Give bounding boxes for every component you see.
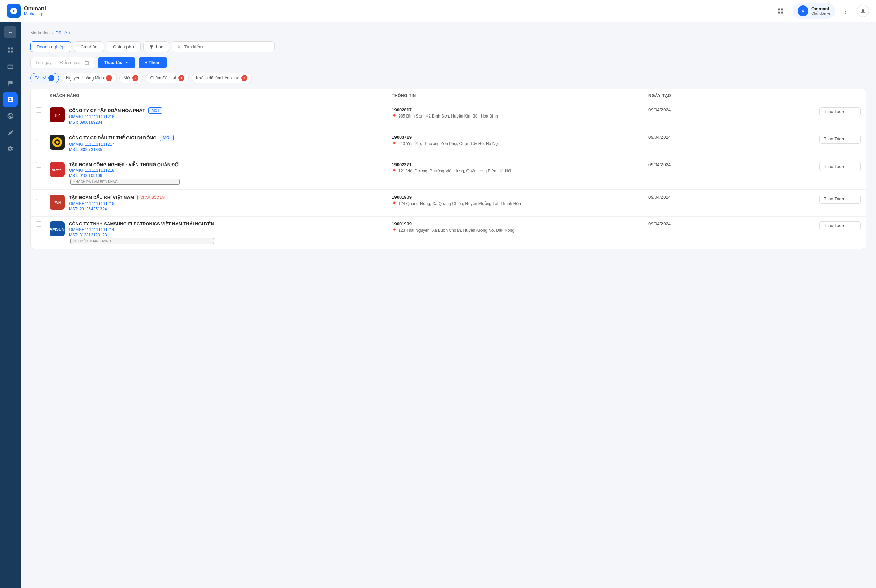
- customer-name-2: CÔNG TY CP ĐẦU TƯ THẾ GIỚI DI ĐỘNG MỚI: [69, 135, 174, 141]
- customer-id-2[interactable]: OMMKH1111111111217: [69, 142, 174, 147]
- customer-logo-3: Viettel: [50, 162, 65, 177]
- status-tag-4: CHĂM SÓC LẠI: [137, 195, 168, 201]
- status-tag-5: NGUYỄN HOÀNG MINH: [70, 238, 214, 244]
- customer-name-4: TẬP ĐOÀN DẦU KHÍ VIỆT NAM CHĂM SÓC LẠI: [69, 195, 168, 201]
- tab-chinh-phu[interactable]: Chính phủ: [106, 42, 141, 52]
- them-button[interactable]: + Thêm: [139, 57, 167, 68]
- date-cell-3: 09/04/2024: [648, 162, 819, 167]
- info-addr-4: 📍 124 Quang Hưng, Xã Quang Chiều, Huyện …: [392, 201, 648, 206]
- status-chip-row: Tất cả 5 Nguyễn Hoàng Minh 1 Mới 2 Chăm …: [30, 73, 866, 83]
- user-info: Ommani Chủ đơn vị: [811, 6, 830, 16]
- sidebar-item-settings[interactable]: [3, 141, 18, 156]
- row-checkbox-1[interactable]: [36, 107, 50, 113]
- col-checkbox: [36, 93, 50, 98]
- chip-cham-soc-label: Chăm Sóc Lại: [150, 76, 176, 81]
- col-action: [819, 93, 861, 98]
- customer-id-3[interactable]: OMMKH1111111111218: [69, 168, 180, 173]
- customer-logo-2: [50, 135, 65, 150]
- sidebar-item-leaf[interactable]: [3, 125, 18, 140]
- customer-logo-4: PVN: [50, 195, 65, 210]
- search-input[interactable]: [184, 44, 269, 50]
- tab-ca-nhan[interactable]: Cá nhân: [74, 42, 104, 52]
- customer-name-5: CÔNG TY TNHH SAMSUNG ELECTRONICS VIỆT NA…: [69, 221, 214, 226]
- sidebar-item-flag[interactable]: [3, 75, 18, 90]
- notification-bell-button[interactable]: [857, 5, 869, 17]
- svg-text:SAMSUNG: SAMSUNG: [50, 227, 65, 232]
- chip-cham-soc[interactable]: Chăm Sóc Lại 1: [146, 73, 189, 83]
- table-row: HP CÔNG TY CP TẬP ĐOÀN HÒA PHÁT MỚI OMMK…: [30, 102, 866, 130]
- sidebar-item-box[interactable]: [3, 59, 18, 74]
- top-nav-right: O Ommani Chủ đơn vị ⋮: [774, 3, 869, 18]
- svg-text:PVN: PVN: [54, 201, 61, 205]
- breadcrumb-parent: Marketing: [30, 30, 50, 35]
- date-cell-5: 09/04/2024: [648, 221, 819, 226]
- chip-cham-soc-count: 1: [178, 75, 184, 81]
- svg-text:HP: HP: [54, 113, 60, 117]
- user-pill[interactable]: O Ommani Chủ đơn vị: [793, 3, 835, 18]
- breadcrumb-current: Dữ liệu: [55, 30, 70, 35]
- customer-id-5[interactable]: OMMKH1111111111214: [69, 227, 214, 232]
- grid-icon-button[interactable]: [774, 4, 787, 18]
- pin-icon-1: 📍: [392, 114, 397, 119]
- date-range-picker[interactable]: Từ ngày → Đến ngày: [30, 57, 94, 68]
- chip-tat-ca[interactable]: Tất cả 5: [30, 73, 59, 83]
- svg-text:O: O: [802, 10, 804, 12]
- row-checkbox-4[interactable]: [36, 195, 50, 200]
- more-options-button[interactable]: ⋮: [840, 6, 851, 16]
- customer-info-4: TẬP ĐOÀN DẦU KHÍ VIỆT NAM CHĂM SÓC LẠI O…: [69, 195, 168, 212]
- sidebar-item-marketing[interactable]: [3, 92, 18, 107]
- row-checkbox-5[interactable]: [36, 221, 50, 227]
- action-dropdown-1[interactable]: Thao Tác ▾: [819, 107, 861, 116]
- info-addr-3: 📍 121 Việt Dương, Phường Việt Hưng, Quận…: [392, 169, 648, 174]
- action-dropdown-4[interactable]: Thao Tác ▾: [819, 195, 861, 204]
- sidebar-item-home[interactable]: [3, 42, 18, 58]
- sidebar-item-globe[interactable]: [3, 108, 18, 123]
- customer-mst-4: MST: 2312542513241: [69, 207, 168, 212]
- action-dropdown-3[interactable]: Thao Tác ▾: [819, 162, 861, 171]
- customer-info-3: TẬP ĐOÀN CÔNG NGHIỆP - VIỄN THÔNG QUÂN Đ…: [69, 162, 180, 185]
- info-addr-5: 📍 123 Thái Nguyên, Xã Buôn Choah, Huyện …: [392, 228, 648, 233]
- action-dropdown-5[interactable]: Thao Tác ▾: [819, 221, 861, 230]
- svg-rect-6: [8, 48, 10, 50]
- sidebar-back-button[interactable]: ←: [4, 26, 16, 38]
- date-to-label: Đến ngày: [60, 60, 80, 65]
- customer-id-1[interactable]: OMMKH1111111111216: [69, 114, 162, 119]
- date-cell-1: 09/04/2024: [648, 107, 819, 112]
- svg-rect-2: [778, 11, 780, 14]
- customer-logo-1: HP: [50, 107, 65, 122]
- row-checkbox-3[interactable]: [36, 162, 50, 168]
- info-cell-1: 19002817 📍 985 Bình Sơn, Xã Bình Sơn, Hu…: [392, 107, 648, 119]
- chip-khach-lam-count: 1: [241, 75, 248, 81]
- filter-button[interactable]: Lọc: [143, 42, 169, 52]
- info-addr-2: 📍 213 Yên Phụ, Phường Yên Phụ, Quận Tây …: [392, 141, 648, 146]
- app-name: Ommani: [24, 6, 46, 12]
- col-thong-tin: THÔNG TIN: [392, 93, 648, 98]
- action-dropdown-2[interactable]: Thao Tác ▾: [819, 135, 861, 144]
- chip-nguyen-count: 1: [106, 75, 112, 81]
- chip-khach-lam[interactable]: Khách đã làm bên khác 1: [192, 73, 252, 83]
- table-row: PVN TẬP ĐOÀN DẦU KHÍ VIỆT NAM CHĂM SÓC L…: [30, 190, 866, 216]
- search-box[interactable]: [172, 42, 274, 52]
- customer-cell-2: CÔNG TY CP ĐẦU TƯ THẾ GIỚI DI ĐỘNG MỚI O…: [50, 135, 392, 152]
- main-content: Marketing › Dữ liệu Doanh nghiệp Cá nhân…: [21, 22, 876, 588]
- customer-info-1: CÔNG TY CP TẬP ĐOÀN HÒA PHÁT MỚI OMMKH11…: [69, 107, 162, 125]
- status-tag-1: MỚI: [148, 107, 162, 114]
- avatar: O: [798, 6, 808, 16]
- tab-doanh-nghiep[interactable]: Doanh nghiệp: [30, 42, 71, 52]
- chip-khach-lam-label: Khách đã làm bên khác: [196, 76, 239, 81]
- thao-tac-button[interactable]: Thao tác: [98, 57, 135, 68]
- pin-icon-5: 📍: [392, 228, 397, 233]
- svg-rect-0: [778, 8, 780, 10]
- filter-tabs: Doanh nghiệp Cá nhân Chính phủ Lọc: [30, 42, 866, 52]
- sidebar: ←: [0, 22, 21, 588]
- customer-id-4[interactable]: OMMKH1111111111215: [69, 201, 168, 206]
- chip-nguyen[interactable]: Nguyễn Hoàng Minh 1: [62, 73, 117, 83]
- customer-cell-3: Viettel TẬP ĐOÀN CÔNG NGHIỆP - VIỄN THÔN…: [50, 162, 392, 185]
- table-header: KHÁCH HÀNG THÔNG TIN NGÀY TẠO: [30, 89, 866, 102]
- status-tag-3: KHÁCH ĐÃ LÀM BÊN KHÁC: [70, 179, 180, 185]
- svg-text:Viettel: Viettel: [52, 168, 62, 172]
- status-tag-2: MỚI: [160, 135, 173, 141]
- chip-moi[interactable]: Mới 2: [119, 73, 143, 83]
- top-nav: Ommani Marketing O Ommani Chủ đơn vị ⋮: [0, 0, 876, 22]
- row-checkbox-2[interactable]: [36, 135, 50, 140]
